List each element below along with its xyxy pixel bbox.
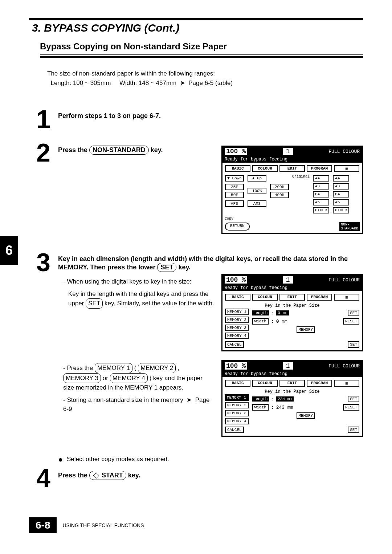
memory3-key[interactable]: MEMORY 3 <box>63 373 101 383</box>
status-message: Ready for bypass feeding <box>222 371 362 377</box>
pointer-icon: ➤ <box>185 395 193 405</box>
up-button[interactable]: ▲ Up <box>248 175 266 182</box>
memory-button[interactable]: MEMORY <box>297 412 315 419</box>
zoom-display: 100 % <box>225 362 247 370</box>
pointer-icon: ➤ <box>178 78 187 88</box>
copy-count: 1 <box>283 276 293 284</box>
memory3-button[interactable]: MEMORY 3 <box>225 410 249 416</box>
tab-colour[interactable]: COLOUR <box>252 294 278 301</box>
cancel-button[interactable]: CANCEL <box>225 341 244 348</box>
memory2-button[interactable]: MEMORY 2 <box>225 402 249 408</box>
tab-basic[interactable]: BASIC <box>225 165 250 172</box>
tab-basic[interactable]: BASIC <box>225 380 250 387</box>
copy-count: 1 <box>283 148 293 155</box>
step-2: 2 Press the NON-STANDARD key. 100 % 1 FU… <box>36 143 363 239</box>
memory4-button[interactable]: MEMORY 4 <box>225 418 249 424</box>
tab-colour[interactable]: COLOUR <box>252 380 278 387</box>
tab-program[interactable]: PROGRAM <box>307 165 332 172</box>
return-button[interactable]: RETURN <box>225 223 250 231</box>
length-label: Length <box>252 310 269 315</box>
set-upper-button[interactable]: SET <box>348 310 359 316</box>
size-b4-copy[interactable]: B4 <box>333 191 349 197</box>
reset-button[interactable]: RESET <box>343 318 359 325</box>
step1-text: Perform steps 1 to 3 on page 6-7. <box>58 109 363 120</box>
chapter-number-sidebar: 6 <box>0 236 18 265</box>
other-original-button[interactable]: OTHER <box>313 207 329 213</box>
set-lower-button[interactable]: SET <box>348 341 359 348</box>
prompt-text: Key in the Paper Size <box>225 389 360 394</box>
copy-count: 1 <box>283 362 293 370</box>
memory2-key[interactable]: MEMORY 2 <box>138 363 176 373</box>
start-key[interactable]: START <box>89 471 126 480</box>
memory2-button[interactable]: MEMORY 2 <box>225 317 249 323</box>
step-number: 3 <box>36 252 58 273</box>
memory1-key[interactable]: MEMORY 1 <box>95 363 132 373</box>
lcd-screen-a: 100 % 1 FULL COLOUR Ready for bypass fee… <box>221 146 363 234</box>
set-upper-button[interactable]: SET <box>348 396 359 402</box>
tab-basic[interactable]: BASIC <box>225 294 250 301</box>
down-button[interactable]: ▼ Down <box>225 175 244 182</box>
lcd-screen-b: 100 % 1 FULL COLOUR Ready for bypass fee… <box>221 274 363 351</box>
zoom-25-button[interactable]: 25% <box>225 184 244 190</box>
subtitle: Bypass Copying on Non-standard Size Pape… <box>40 41 363 52</box>
aps-button[interactable]: APS <box>225 200 244 207</box>
reset-button[interactable]: RESET <box>343 404 359 411</box>
memory4-button[interactable]: MEMORY 4 <box>225 333 249 339</box>
zoom-50-button[interactable]: 50% <box>225 192 244 198</box>
memory1-button[interactable]: MEMORY 1 <box>225 309 249 315</box>
lcd-screen-c: 100 % 1 FULL COLOUR Ready for bypass fee… <box>221 360 363 437</box>
size-a4-copy[interactable]: A4 <box>333 175 349 182</box>
status-message: Ready for bypass feeding <box>222 156 362 163</box>
memory4-key[interactable]: MEMORY 4 <box>110 373 148 383</box>
size-b4-original[interactable]: B4 <box>313 191 329 197</box>
length-value: 234 mm <box>276 396 294 402</box>
footer-label: USING THE SPECIAL FUNCTIONS <box>62 522 144 528</box>
tab-edit[interactable]: EDIT <box>279 380 305 387</box>
set-lower-button[interactable]: SET <box>348 427 359 433</box>
zoom-display: 100 % <box>225 148 247 155</box>
intro-text: The size of non-standard paper is within… <box>47 69 363 87</box>
other-copy-button[interactable]: OTHER <box>333 207 349 213</box>
size-a5-original[interactable]: A5 <box>313 199 329 205</box>
step2-text: Press the NON-STANDARD key. <box>58 146 214 155</box>
non-standard-key[interactable]: NON-STANDARD <box>89 146 149 155</box>
tab-extra-icon[interactable]: ▦ <box>334 165 359 172</box>
zoom-100-button[interactable]: 100% <box>248 188 266 194</box>
cancel-button[interactable]: CANCEL <box>225 427 244 433</box>
width-value: 243 mm <box>276 405 293 410</box>
page-footer: 6-8 USING THE SPECIAL FUNCTIONS <box>29 517 363 533</box>
step-4: 4 Press the START key. <box>36 468 363 488</box>
memory1-button-selected[interactable]: MEMORY 1 <box>225 394 249 401</box>
tab-program[interactable]: PROGRAM <box>307 380 332 387</box>
non-standard-selected[interactable]: NON- STANDARD <box>339 222 360 231</box>
width-value: 0 mm <box>276 319 287 324</box>
width-label: Width <box>252 404 269 411</box>
step-number: 1 <box>36 109 58 130</box>
tab-colour[interactable]: COLOUR <box>252 165 278 172</box>
colour-mode: FULL COLOUR <box>328 277 360 283</box>
tab-edit[interactable]: EDIT <box>279 165 305 172</box>
page-title: 3. BYPASS COPYING (Cont.) <box>29 22 363 34</box>
step3-text: Key in each dimension (length and width)… <box>58 255 363 272</box>
note-text: ● Select other copy modes as required. <box>58 455 363 464</box>
tab-extra-icon[interactable]: ▦ <box>334 294 359 301</box>
memory-button[interactable]: MEMORY <box>297 326 315 333</box>
set-key-upper[interactable]: SET <box>86 298 103 309</box>
ams-button[interactable]: AMS <box>248 200 266 207</box>
status-message: Ready for bypass feeding <box>222 285 362 291</box>
step-number: 2 <box>36 143 58 163</box>
size-a4-original[interactable]: A4 <box>313 175 329 182</box>
step3-sub1a: - When using the digital keys to key in … <box>63 277 214 286</box>
tab-program[interactable]: PROGRAM <box>307 294 332 301</box>
zoom-400-button[interactable]: 400% <box>270 192 289 198</box>
step3-sub2a: - Press the MEMORY 1 ( MEMORY 2 , MEMORY… <box>63 363 214 392</box>
memory3-button[interactable]: MEMORY 3 <box>225 325 249 331</box>
set-key[interactable]: SET <box>157 263 176 272</box>
tab-extra-icon[interactable]: ▦ <box>334 380 359 387</box>
size-a3-copy[interactable]: A3 <box>333 183 349 190</box>
size-a5-copy[interactable]: A5 <box>333 199 349 205</box>
tab-edit[interactable]: EDIT <box>279 294 305 301</box>
size-a3-original[interactable]: A3 <box>313 183 329 190</box>
zoom-200-button[interactable]: 200% <box>270 184 289 190</box>
prompt-text: Key in the Paper Size <box>225 303 360 308</box>
